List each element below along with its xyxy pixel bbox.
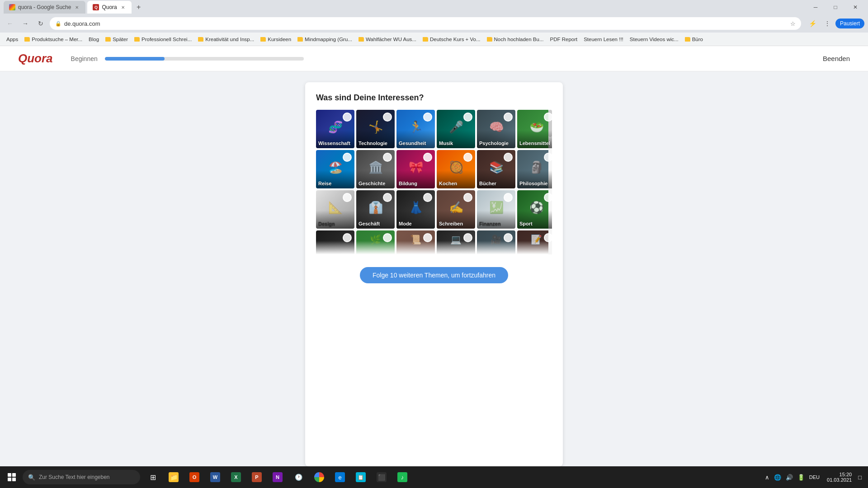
bookmark-noch[interactable]: Noch hochladen Bu... [484,36,547,43]
bookmark-wahlfaecher[interactable]: Wahlfächer WU Aus... [356,36,419,43]
checkbox-philosophie[interactable] [544,153,552,162]
checkbox-row4c[interactable] [423,233,432,242]
interest-reise[interactable]: 🏖️ Reise [316,150,354,188]
interest-finanzen[interactable]: 💹 Finanzen [477,190,515,229]
checkbox-row4b[interactable] [383,233,392,242]
taskbar-app-explorer[interactable]: 📁 [164,467,184,487]
interest-kochen[interactable]: 🥘 Kochen [437,150,475,188]
reload-button[interactable]: ↻ [34,17,47,30]
checkbox-design[interactable] [343,193,352,202]
clock-display[interactable]: 15:20 01.03.2021 [823,470,855,484]
notifications-icon[interactable]: □ [857,473,863,482]
bookmark-spaeter[interactable]: Später [103,36,131,43]
taskbar-app-word[interactable]: W [205,467,225,487]
interest-wissenschaft[interactable]: 🧬 Wissenschaft [316,110,354,148]
tab-google-close[interactable]: ✕ [74,4,80,10]
bookmark-pdf[interactable]: PDF Report [547,36,580,43]
taskbar-app-misc2[interactable]: ⬛ [372,467,392,487]
checkbox-mode[interactable] [423,193,432,202]
bookmark-produktsuche[interactable]: Produktsuche – Mer... [22,36,85,43]
checkbox-geschaeft[interactable] [383,193,392,202]
settings-button[interactable]: ⋮ [821,17,834,30]
checkbox-musik[interactable] [463,113,472,122]
interest-gesundheit[interactable]: 🏃 Gesundheit [396,110,435,148]
taskbar-search[interactable]: 🔍 Zur Suche Text hier eingeben [23,470,140,484]
forward-button[interactable]: → [19,17,32,30]
checkbox-schreiben[interactable] [463,193,472,202]
interest-philosophie[interactable]: 🗿 Philosophie [517,150,552,188]
interest-musik[interactable]: 🎤 Musik [437,110,475,148]
address-input[interactable]: 🔒 de.quora.com ☆ [50,17,801,30]
interest-design[interactable]: 📐 Design [316,190,354,229]
new-tab-button[interactable]: + [133,2,144,13]
taskbar-app-onenote[interactable]: N [268,467,288,487]
tab-google[interactable]: quora - Google Suche ✕ [4,1,85,14]
interest-schreiben[interactable]: ✍️ Schreiben [437,190,475,229]
tray-arrow-icon[interactable]: ∧ [764,473,770,482]
interest-row4b[interactable]: 🌿 [356,230,395,254]
start-button[interactable] [2,467,22,487]
checkbox-lebensmittel[interactable] [544,113,552,122]
bookmark-apps[interactable]: Apps [4,36,21,43]
checkbox-buecher[interactable] [504,153,513,162]
bookmark-kursideen[interactable]: Kursideen [258,36,294,43]
interest-buecher[interactable]: 📚 Bücher [477,150,515,188]
checkbox-technologie[interactable] [383,113,392,122]
bookmark-steuern1[interactable]: Steuern Lesen !!! [581,36,626,43]
checkbox-reise[interactable] [343,153,352,162]
checkbox-row4e[interactable] [504,233,513,242]
taskbar-app-edge[interactable]: e [330,467,350,487]
interest-row4a[interactable] [316,230,354,254]
checkbox-geschichte[interactable] [383,153,392,162]
tab-quora[interactable]: Q Quora ✕ [87,1,131,14]
extensions-button[interactable]: ⚡ [807,17,819,30]
interest-technologie[interactable]: 🤸 Technologie [356,110,395,148]
checkbox-wissenschaft[interactable] [343,113,352,122]
close-button[interactable]: ✕ [846,1,864,14]
interest-geschaeft[interactable]: 👔 Geschäft [356,190,395,229]
bookmark-steuern2[interactable]: Steuern Videos wic... [627,36,681,43]
interest-geschichte[interactable]: 🏛️ Geschichte [356,150,395,188]
taskbar-app-misc1[interactable]: 📋 [351,467,371,487]
interest-sport[interactable]: ⚽ Sport [517,190,552,229]
checkbox-psychologie[interactable] [504,113,513,122]
taskbar-app-powerpoint[interactable]: P [247,467,267,487]
interest-row4f[interactable]: 📝 [517,230,552,254]
back-button[interactable]: ← [4,17,16,30]
interest-mode[interactable]: 👗 Mode [396,190,435,229]
tab-quora-close[interactable]: ✕ [120,4,126,10]
checkbox-finanzen[interactable] [504,193,513,202]
profile-button[interactable]: Pausiert [835,19,864,28]
checkbox-row4d[interactable] [463,233,472,242]
interest-lebensmittel[interactable]: 🥗 Lebensmittel [517,110,552,148]
beenden-button[interactable]: Beenden [823,55,850,62]
interest-psychologie[interactable]: 🧠 Psychologie [477,110,515,148]
interest-bildung[interactable]: 🎀 Bildung [396,150,435,188]
tray-battery-icon[interactable]: 🔋 [797,473,806,482]
bookmark-kreativitaet[interactable]: Kreativität und Insp... [195,36,257,43]
maximize-button[interactable]: □ [826,1,844,14]
interest-row4e[interactable]: 🎥 [477,230,515,254]
checkbox-row4f[interactable] [544,233,552,242]
taskbar-app-office365[interactable]: O [184,467,204,487]
tray-network-icon[interactable]: 🌐 [773,473,782,482]
interest-row4c[interactable]: 📜 [396,230,435,254]
checkbox-kochen[interactable] [463,153,472,162]
bookmark-buero[interactable]: Büro [682,36,706,43]
bookmark-mindmapping[interactable]: Mindmapping (Gru... [295,36,355,43]
taskbar-app-taskview[interactable]: ⊞ [143,467,163,487]
checkbox-gesundheit[interactable] [423,113,432,122]
bookmark-deutsche[interactable]: Deutsche Kurs + Vo... [420,36,483,43]
checkbox-sport[interactable] [544,193,552,202]
bookmark-professionell[interactable]: Professionell Schrei... [132,36,194,43]
taskbar-app-spotify[interactable]: ♪ [392,467,412,487]
taskbar-app-excel[interactable]: X [226,467,246,487]
tray-volume-icon[interactable]: 🔊 [785,473,794,482]
bookmark-blog[interactable]: Blog [86,36,102,43]
continue-button[interactable]: Folge 10 weiteren Themen, um fortzufahre… [360,267,508,283]
bookmark-star-icon[interactable]: ☆ [790,20,796,27]
taskbar-app-clock[interactable]: 🕐 [288,467,308,487]
minimize-button[interactable]: ─ [807,1,825,14]
interest-row4d[interactable]: 💻 [437,230,475,254]
checkbox-bildung[interactable] [423,153,432,162]
